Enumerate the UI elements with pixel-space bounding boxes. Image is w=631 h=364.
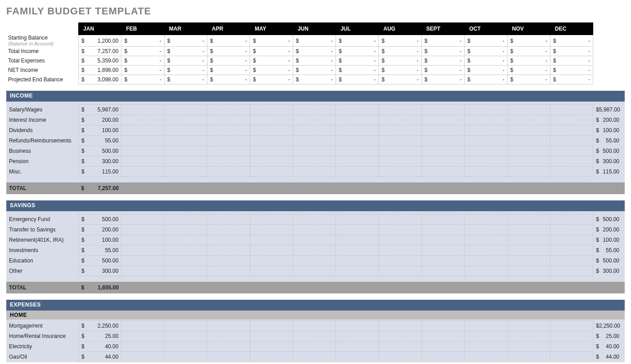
cell[interactable] xyxy=(379,225,421,235)
cell[interactable] xyxy=(336,156,379,167)
cell[interactable] xyxy=(507,225,550,235)
cell[interactable]: $- xyxy=(164,35,207,47)
cell[interactable] xyxy=(121,245,164,256)
cell[interactable] xyxy=(336,256,379,266)
cell[interactable] xyxy=(507,342,550,352)
cell[interactable] xyxy=(164,167,207,177)
cell[interactable] xyxy=(379,266,421,276)
cell[interactable] xyxy=(336,136,379,146)
cell[interactable]: $200.00 xyxy=(79,225,121,235)
cell[interactable] xyxy=(250,342,293,352)
cell[interactable]: $- xyxy=(207,75,250,84)
cell[interactable] xyxy=(507,146,550,156)
cell[interactable] xyxy=(550,235,593,245)
cell[interactable]: $- xyxy=(550,56,593,66)
cell[interactable]: $500.00 xyxy=(79,214,121,225)
cell[interactable] xyxy=(465,156,507,167)
cell[interactable]: $- xyxy=(121,66,164,75)
cell[interactable] xyxy=(293,115,336,125)
cell[interactable] xyxy=(250,167,293,177)
cell[interactable]: $2,250.00 xyxy=(79,321,121,331)
cell[interactable]: $- xyxy=(507,47,550,56)
cell[interactable] xyxy=(336,235,379,245)
cell[interactable] xyxy=(207,214,250,225)
cell[interactable] xyxy=(164,136,207,146)
cell[interactable]: $- xyxy=(336,35,379,47)
cell[interactable] xyxy=(465,136,507,146)
cell[interactable] xyxy=(379,115,421,125)
cell[interactable] xyxy=(293,105,336,115)
cell[interactable] xyxy=(421,256,464,266)
cell[interactable]: $- xyxy=(421,75,464,84)
cell[interactable] xyxy=(250,115,293,125)
cell[interactable] xyxy=(550,256,593,266)
cell[interactable] xyxy=(465,342,507,352)
cell[interactable] xyxy=(465,225,507,235)
cell[interactable] xyxy=(465,266,507,276)
cell[interactable] xyxy=(550,331,593,342)
cell[interactable] xyxy=(207,245,250,256)
cell[interactable] xyxy=(379,146,421,156)
cell[interactable] xyxy=(336,225,379,235)
cell[interactable]: $- xyxy=(550,66,593,75)
cell[interactable] xyxy=(421,214,464,225)
cell[interactable] xyxy=(250,105,293,115)
cell[interactable] xyxy=(421,266,464,276)
cell[interactable] xyxy=(121,125,164,136)
cell[interactable] xyxy=(550,214,593,225)
cell[interactable] xyxy=(421,245,464,256)
cell[interactable] xyxy=(379,105,421,115)
cell[interactable] xyxy=(164,342,207,352)
cell[interactable] xyxy=(507,156,550,167)
cell[interactable] xyxy=(336,266,379,276)
cell[interactable] xyxy=(421,352,464,362)
cell[interactable] xyxy=(465,256,507,266)
cell[interactable]: $- xyxy=(250,35,293,47)
cell[interactable]: $- xyxy=(207,47,250,56)
cell[interactable]: $- xyxy=(507,66,550,75)
cell[interactable] xyxy=(250,136,293,146)
cell[interactable] xyxy=(121,342,164,352)
cell[interactable] xyxy=(507,115,550,125)
cell[interactable] xyxy=(207,146,250,156)
cell[interactable] xyxy=(421,146,464,156)
cell[interactable] xyxy=(421,156,464,167)
cell[interactable]: $- xyxy=(121,75,164,84)
cell[interactable]: $5,987.00 xyxy=(79,105,121,115)
cell[interactable] xyxy=(164,352,207,362)
cell[interactable] xyxy=(293,136,336,146)
cell[interactable]: $500.00 xyxy=(79,256,121,266)
cell[interactable] xyxy=(379,342,421,352)
cell[interactable] xyxy=(550,136,593,146)
cell[interactable]: $25.00 xyxy=(79,331,121,342)
cell[interactable]: $55.00 xyxy=(79,245,121,256)
cell[interactable] xyxy=(507,167,550,177)
cell[interactable] xyxy=(465,331,507,342)
cell[interactable] xyxy=(550,105,593,115)
cell[interactable] xyxy=(379,125,421,136)
cell[interactable]: $- xyxy=(336,75,379,84)
cell[interactable] xyxy=(336,105,379,115)
cell[interactable] xyxy=(507,331,550,342)
cell[interactable] xyxy=(207,321,250,331)
cell[interactable]: $- xyxy=(550,35,593,47)
cell[interactable] xyxy=(250,225,293,235)
cell[interactable]: $- xyxy=(465,35,507,47)
cell[interactable] xyxy=(507,235,550,245)
cell[interactable]: $- xyxy=(293,56,336,66)
cell[interactable]: $- xyxy=(250,56,293,66)
cell[interactable]: $115.00 xyxy=(79,167,121,177)
cell[interactable] xyxy=(550,146,593,156)
cell[interactable]: $- xyxy=(421,56,464,66)
cell[interactable] xyxy=(421,235,464,245)
cell[interactable] xyxy=(250,321,293,331)
cell[interactable]: $- xyxy=(465,66,507,75)
cell[interactable]: $- xyxy=(293,35,336,47)
cell[interactable] xyxy=(421,331,464,342)
cell[interactable] xyxy=(465,105,507,115)
cell[interactable]: $1,898.00 xyxy=(79,66,121,75)
cell[interactable]: $- xyxy=(121,56,164,66)
cell[interactable]: $100.00 xyxy=(79,235,121,245)
cell[interactable] xyxy=(250,352,293,362)
cell[interactable]: $7,257.00 xyxy=(79,47,121,56)
